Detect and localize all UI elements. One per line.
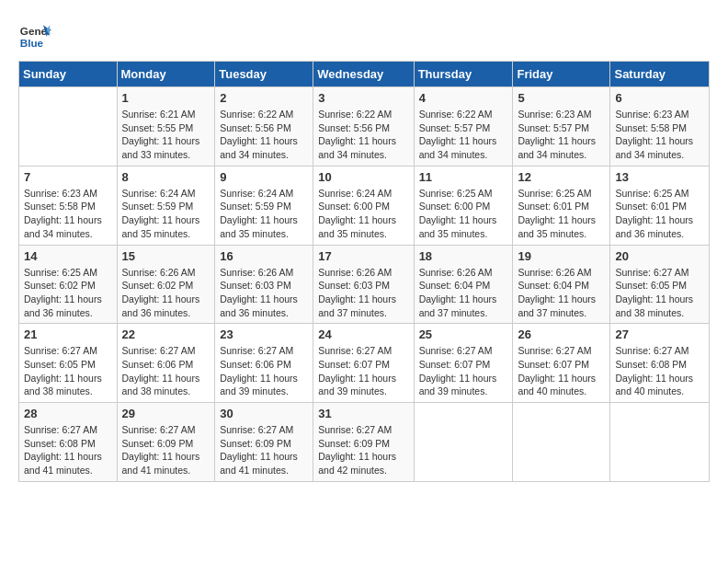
- cell-1-5: 4Sunrise: 6:22 AM Sunset: 5:57 PM Daylig…: [414, 87, 513, 167]
- day-number: 26: [518, 327, 605, 341]
- day-number: 16: [220, 249, 308, 263]
- day-number: 11: [419, 170, 508, 184]
- cell-5-1: 28Sunrise: 6:27 AM Sunset: 6:08 PM Dayli…: [19, 403, 118, 482]
- cell-3-3: 16Sunrise: 6:26 AM Sunset: 6:03 PM Dayli…: [215, 245, 313, 324]
- day-info: Sunrise: 6:27 AM Sunset: 6:08 PM Dayligh…: [615, 344, 704, 398]
- cell-4-6: 26Sunrise: 6:27 AM Sunset: 6:07 PM Dayli…: [513, 324, 610, 403]
- cell-1-6: 5Sunrise: 6:23 AM Sunset: 5:57 PM Daylig…: [513, 87, 610, 167]
- cell-1-7: 6Sunrise: 6:23 AM Sunset: 5:58 PM Daylig…: [610, 87, 710, 167]
- cell-4-3: 23Sunrise: 6:27 AM Sunset: 6:06 PM Dayli…: [215, 324, 313, 403]
- cell-2-7: 13Sunrise: 6:25 AM Sunset: 6:01 PM Dayli…: [610, 166, 710, 245]
- week-row-2: 7Sunrise: 6:23 AM Sunset: 5:58 PM Daylig…: [19, 166, 710, 245]
- col-header-friday: Friday: [513, 62, 610, 87]
- logo: General Blue: [18, 18, 55, 52]
- day-info: Sunrise: 6:26 AM Sunset: 6:03 PM Dayligh…: [318, 266, 408, 320]
- cell-3-1: 14Sunrise: 6:25 AM Sunset: 6:02 PM Dayli…: [19, 245, 118, 324]
- day-info: Sunrise: 6:27 AM Sunset: 6:05 PM Dayligh…: [615, 266, 704, 320]
- cell-4-7: 27Sunrise: 6:27 AM Sunset: 6:08 PM Dayli…: [610, 324, 710, 403]
- day-info: Sunrise: 6:25 AM Sunset: 6:00 PM Dayligh…: [419, 187, 508, 241]
- cell-4-4: 24Sunrise: 6:27 AM Sunset: 6:07 PM Dayli…: [313, 324, 414, 403]
- cell-2-4: 10Sunrise: 6:24 AM Sunset: 6:00 PM Dayli…: [313, 166, 414, 245]
- day-number: 28: [24, 407, 112, 420]
- day-info: Sunrise: 6:24 AM Sunset: 5:59 PM Dayligh…: [122, 187, 210, 241]
- cell-3-2: 15Sunrise: 6:26 AM Sunset: 6:02 PM Dayli…: [117, 245, 215, 324]
- cell-4-2: 22Sunrise: 6:27 AM Sunset: 6:06 PM Dayli…: [117, 324, 215, 403]
- day-info: Sunrise: 6:25 AM Sunset: 6:01 PM Dayligh…: [518, 187, 605, 241]
- day-info: Sunrise: 6:26 AM Sunset: 6:04 PM Dayligh…: [518, 266, 605, 320]
- day-number: 30: [220, 407, 308, 420]
- week-row-1: 1Sunrise: 6:21 AM Sunset: 5:55 PM Daylig…: [19, 87, 710, 167]
- cell-5-7: [610, 403, 710, 482]
- day-number: 4: [419, 91, 508, 105]
- day-info: Sunrise: 6:26 AM Sunset: 6:04 PM Dayligh…: [419, 266, 508, 320]
- day-number: 29: [122, 407, 210, 420]
- cell-4-1: 21Sunrise: 6:27 AM Sunset: 6:05 PM Dayli…: [19, 324, 118, 403]
- day-info: Sunrise: 6:26 AM Sunset: 6:02 PM Dayligh…: [122, 266, 210, 320]
- week-row-4: 21Sunrise: 6:27 AM Sunset: 6:05 PM Dayli…: [19, 324, 710, 403]
- cell-1-4: 3Sunrise: 6:22 AM Sunset: 5:56 PM Daylig…: [313, 87, 414, 167]
- day-number: 18: [419, 249, 508, 263]
- day-number: 12: [518, 170, 605, 184]
- day-number: 25: [419, 327, 508, 341]
- day-number: 22: [122, 327, 210, 341]
- day-number: 8: [122, 170, 210, 184]
- day-number: 13: [615, 170, 704, 184]
- day-number: 7: [24, 170, 112, 184]
- cell-5-3: 30Sunrise: 6:27 AM Sunset: 6:09 PM Dayli…: [215, 403, 313, 482]
- day-info: Sunrise: 6:26 AM Sunset: 6:03 PM Dayligh…: [220, 266, 308, 320]
- svg-text:Blue: Blue: [20, 37, 44, 49]
- day-info: Sunrise: 6:27 AM Sunset: 6:09 PM Dayligh…: [220, 423, 308, 477]
- day-number: 23: [220, 327, 308, 341]
- week-row-5: 28Sunrise: 6:27 AM Sunset: 6:08 PM Dayli…: [19, 403, 710, 482]
- day-info: Sunrise: 6:23 AM Sunset: 5:58 PM Dayligh…: [24, 187, 112, 241]
- day-number: 3: [318, 91, 408, 105]
- cell-1-3: 2Sunrise: 6:22 AM Sunset: 5:56 PM Daylig…: [215, 87, 313, 167]
- day-info: Sunrise: 6:27 AM Sunset: 6:06 PM Dayligh…: [122, 344, 210, 398]
- cell-3-5: 18Sunrise: 6:26 AM Sunset: 6:04 PM Dayli…: [414, 245, 513, 324]
- day-info: Sunrise: 6:22 AM Sunset: 5:56 PM Dayligh…: [318, 108, 408, 162]
- cell-1-2: 1Sunrise: 6:21 AM Sunset: 5:55 PM Daylig…: [117, 87, 215, 167]
- day-info: Sunrise: 6:27 AM Sunset: 6:07 PM Dayligh…: [518, 344, 605, 398]
- day-info: Sunrise: 6:27 AM Sunset: 6:08 PM Dayligh…: [24, 423, 112, 477]
- day-info: Sunrise: 6:23 AM Sunset: 5:58 PM Dayligh…: [615, 108, 704, 162]
- day-number: 15: [122, 249, 210, 263]
- day-number: 31: [318, 407, 408, 420]
- page-header: General Blue: [18, 18, 710, 52]
- day-info: Sunrise: 6:27 AM Sunset: 6:05 PM Dayligh…: [24, 344, 112, 398]
- day-number: 9: [220, 170, 308, 184]
- day-info: Sunrise: 6:27 AM Sunset: 6:09 PM Dayligh…: [318, 423, 408, 477]
- day-info: Sunrise: 6:24 AM Sunset: 5:59 PM Dayligh…: [220, 187, 308, 241]
- day-info: Sunrise: 6:23 AM Sunset: 5:57 PM Dayligh…: [518, 108, 605, 162]
- cell-3-6: 19Sunrise: 6:26 AM Sunset: 6:04 PM Dayli…: [513, 245, 610, 324]
- col-header-tuesday: Tuesday: [215, 62, 313, 87]
- cell-2-1: 7Sunrise: 6:23 AM Sunset: 5:58 PM Daylig…: [19, 166, 118, 245]
- col-header-saturday: Saturday: [610, 62, 710, 87]
- day-number: 21: [24, 327, 112, 341]
- day-number: 6: [615, 91, 704, 105]
- day-info: Sunrise: 6:21 AM Sunset: 5:55 PM Dayligh…: [122, 108, 210, 162]
- day-number: 17: [318, 249, 408, 263]
- day-info: Sunrise: 6:22 AM Sunset: 5:56 PM Dayligh…: [220, 108, 308, 162]
- day-info: Sunrise: 6:27 AM Sunset: 6:07 PM Dayligh…: [419, 344, 508, 398]
- cell-5-2: 29Sunrise: 6:27 AM Sunset: 6:09 PM Dayli…: [117, 403, 215, 482]
- day-number: 1: [122, 91, 210, 105]
- cell-3-7: 20Sunrise: 6:27 AM Sunset: 6:05 PM Dayli…: [610, 245, 710, 324]
- cell-3-4: 17Sunrise: 6:26 AM Sunset: 6:03 PM Dayli…: [313, 245, 414, 324]
- calendar-table: SundayMondayTuesdayWednesdayThursdayFrid…: [18, 61, 710, 482]
- day-info: Sunrise: 6:24 AM Sunset: 6:00 PM Dayligh…: [318, 187, 408, 241]
- day-number: 2: [220, 91, 308, 105]
- day-number: 10: [318, 170, 408, 184]
- col-header-thursday: Thursday: [414, 62, 513, 87]
- day-number: 14: [24, 249, 112, 263]
- day-number: 27: [615, 327, 704, 341]
- cell-2-5: 11Sunrise: 6:25 AM Sunset: 6:00 PM Dayli…: [414, 166, 513, 245]
- day-number: 20: [615, 249, 704, 263]
- day-info: Sunrise: 6:27 AM Sunset: 6:09 PM Dayligh…: [122, 423, 210, 477]
- cell-1-1: [19, 87, 118, 167]
- day-number: 5: [518, 91, 605, 105]
- cell-2-3: 9Sunrise: 6:24 AM Sunset: 5:59 PM Daylig…: [215, 166, 313, 245]
- cell-2-6: 12Sunrise: 6:25 AM Sunset: 6:01 PM Dayli…: [513, 166, 610, 245]
- week-row-3: 14Sunrise: 6:25 AM Sunset: 6:02 PM Dayli…: [19, 245, 710, 324]
- day-info: Sunrise: 6:25 AM Sunset: 6:02 PM Dayligh…: [24, 266, 112, 320]
- day-info: Sunrise: 6:25 AM Sunset: 6:01 PM Dayligh…: [615, 187, 704, 241]
